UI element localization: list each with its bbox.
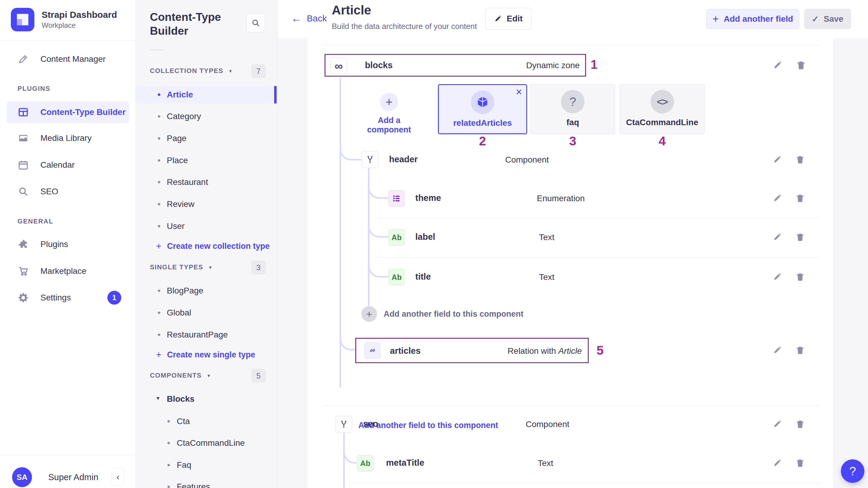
add-another-field-button[interactable]: + Add another field — [706, 9, 799, 29]
row-actions — [772, 193, 805, 203]
create-single-type-link[interactable]: + Create new single type — [156, 346, 255, 363]
field-name: blocks — [365, 60, 393, 70]
create-collection-type-link[interactable]: + Create new collection type — [156, 238, 270, 254]
bullet-icon: • — [157, 308, 161, 318]
back-link[interactable]: ← Back — [291, 13, 327, 24]
components-group-blocks[interactable]: ▼ Blocks — [136, 391, 277, 408]
delete-field-button[interactable] — [795, 193, 805, 203]
sidebar-item-content-type-builder[interactable]: Content-Type Builder — [7, 101, 129, 123]
component-card-ctacommandline[interactable]: <> CtaCommandLine — [619, 84, 705, 134]
gear-icon — [17, 292, 30, 304]
field-name: metaTitle — [386, 458, 424, 468]
question-mark-icon: ? — [561, 90, 585, 113]
bullet-icon: • — [157, 90, 161, 100]
add-field-to-component-button[interactable]: + Add another field to this component — [361, 306, 523, 322]
field-type: Text — [538, 458, 553, 468]
component-card-faq[interactable]: ? faq — [530, 84, 615, 134]
subnav-item-category[interactable]: • Category — [136, 108, 277, 125]
help-button[interactable]: ? — [841, 459, 864, 483]
check-icon: ✓ — [812, 14, 819, 24]
field-row-articles-highlight[interactable]: articles Relation with Article — [355, 338, 589, 363]
delete-field-button[interactable] — [795, 345, 805, 355]
subnav-item-blogpage[interactable]: • BlogPage — [136, 282, 277, 300]
delete-field-button[interactable] — [795, 154, 805, 165]
bullet-icon: • — [167, 482, 170, 488]
subnav-item-user[interactable]: • User — [136, 217, 277, 235]
puzzle-icon — [17, 238, 30, 251]
sidebar-item-label: Calendar — [40, 160, 75, 170]
edit-field-button[interactable] — [772, 419, 782, 429]
sidebar-item-label: Media Library — [40, 133, 92, 143]
subnav-item-ctacommandline[interactable]: • CtaCommandLine — [136, 434, 277, 452]
bullet-icon: • — [157, 133, 161, 144]
subnav-item-faq[interactable]: • Faq — [136, 456, 277, 474]
close-icon[interactable]: × — [516, 86, 522, 98]
sidebar-item-marketplace[interactable]: Marketplace — [7, 260, 129, 282]
plus-icon: + — [712, 13, 719, 25]
save-button[interactable]: ✓ Save — [804, 9, 851, 29]
edit-field-button[interactable] — [772, 60, 783, 70]
cube-icon — [471, 90, 494, 114]
plus-icon: + — [156, 349, 162, 360]
add-component-button[interactable]: + Add a component — [359, 93, 419, 134]
triangle-down-icon: ▼ — [156, 396, 160, 401]
bullet-icon: • — [157, 330, 161, 340]
subnav-item-features[interactable]: • Features — [136, 478, 277, 488]
delete-field-button[interactable] — [796, 60, 806, 70]
plus-icon: + — [361, 306, 377, 322]
sidebar-item-seo[interactable]: SEO — [7, 181, 129, 202]
single-types-header[interactable]: SINGLE TYPES ▼ — [150, 261, 213, 274]
delete-field-button[interactable] — [795, 458, 805, 468]
bullet-icon: • — [157, 155, 161, 165]
subnav-item-restaurantpage[interactable]: • RestaurantPage — [136, 326, 277, 343]
field-type: Enumeration — [537, 194, 585, 203]
tree-elbow-theme — [368, 175, 388, 199]
subnav-item-page[interactable]: • Page — [136, 130, 277, 147]
sidebar-item-media-library[interactable]: Media Library — [7, 127, 129, 149]
components-header[interactable]: COMPONENTS ▼ — [150, 369, 211, 382]
edit-field-button[interactable] — [772, 272, 782, 282]
tour-annotation-3: 3 — [530, 134, 615, 148]
avatar[interactable]: SA — [12, 467, 32, 487]
sidebar-item-settings[interactable]: Settings 1 — [7, 287, 129, 309]
text-field-icon: Ab — [357, 455, 374, 471]
fields-panel: ∞ blocks Dynamic zone 1 + Add a componen… — [308, 38, 833, 488]
sidebar-item-label: Plugins — [40, 240, 68, 249]
subnav-item-cta[interactable]: • Cta — [136, 413, 277, 430]
sidebar-item-plugins[interactable]: Plugins — [7, 234, 129, 255]
delete-field-button[interactable] — [795, 419, 805, 429]
row-actions — [772, 458, 805, 468]
bullet-icon: • — [167, 416, 170, 426]
subnav-item-review[interactable]: • Review — [136, 195, 277, 213]
row-actions — [772, 419, 805, 429]
edit-field-button[interactable] — [772, 232, 782, 242]
edit-button[interactable]: Edit — [485, 8, 531, 30]
delete-field-button[interactable] — [795, 232, 805, 242]
tree-elbow-label — [368, 214, 388, 238]
subnav-item-restaurant[interactable]: • Restaurant — [136, 174, 277, 191]
edit-field-button[interactable] — [772, 154, 782, 165]
collection-types-header[interactable]: COLLECTION TYPES ▼ — [150, 64, 233, 78]
sidebar-item-calendar[interactable]: Calendar — [7, 154, 129, 176]
arrow-left-icon: ← — [291, 14, 302, 23]
section-divider — [323, 405, 820, 406]
delete-field-button[interactable] — [795, 272, 805, 282]
subnav-item-place[interactable]: • Place — [136, 152, 277, 169]
search-button[interactable] — [246, 13, 265, 32]
collapse-sidebar-button[interactable]: ‹ — [112, 468, 124, 486]
subnav-item-global[interactable]: • Global — [136, 304, 277, 322]
add-field-to-component-button[interactable]: + Add another field to this component — [336, 418, 498, 433]
sidebar-item-content-manager[interactable]: Content Manager — [7, 48, 129, 70]
relation-field-icon — [364, 342, 381, 359]
field-name: seo — [363, 419, 378, 429]
brand-name: Strapi Dashboard — [42, 9, 117, 21]
component-card-relatedarticles[interactable]: × relatedArticles — [438, 84, 527, 134]
edit-field-button[interactable] — [772, 458, 782, 468]
sidebar-item-label: Marketplace — [40, 266, 87, 276]
field-row-blocks-highlight[interactable]: ∞ blocks Dynamic zone — [324, 54, 586, 77]
edit-field-button[interactable] — [772, 345, 782, 355]
subnav-item-article[interactable]: • Article — [136, 86, 277, 103]
field-name: label — [415, 232, 435, 242]
edit-field-button[interactable] — [772, 193, 782, 203]
pencil-icon — [494, 15, 502, 23]
